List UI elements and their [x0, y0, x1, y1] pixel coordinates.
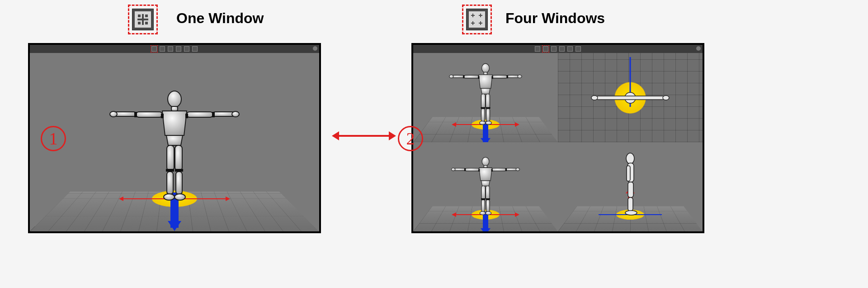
svg-rect-29	[627, 166, 630, 181]
toolbar-button[interactable]	[176, 46, 181, 52]
viewport-toolbar	[30, 45, 319, 53]
annotation-marker-1: 1	[41, 126, 66, 151]
viewport-quad[interactable]	[411, 43, 704, 233]
avatar-mannequin[interactable]	[109, 88, 240, 202]
svg-rect-14	[161, 114, 164, 118]
one-window-label: One Window	[176, 10, 264, 27]
four-windows-label: Four Windows	[505, 10, 605, 27]
svg-rect-5	[187, 112, 213, 117]
svg-rect-1	[171, 106, 178, 111]
annotation-marker-2: 2	[398, 126, 423, 151]
svg-rect-11	[175, 145, 182, 171]
svg-point-4	[110, 111, 117, 117]
layout-one-button[interactable]	[151, 46, 157, 52]
svg-rect-15	[185, 114, 188, 118]
svg-rect-2	[136, 112, 162, 117]
quad-front-view[interactable]	[413, 142, 558, 231]
toolbar-button[interactable]	[576, 46, 581, 52]
four-windows-icon-callout	[462, 5, 492, 34]
one-window-icon-callout	[128, 5, 158, 34]
avatar-mannequin[interactable]	[447, 62, 524, 125]
svg-rect-27	[628, 197, 633, 211]
svg-rect-6	[213, 112, 235, 116]
svg-rect-16	[134, 112, 137, 117]
svg-rect-3	[114, 112, 136, 116]
double-arrow-icon	[335, 135, 393, 137]
avatar-mannequin[interactable]	[449, 156, 522, 216]
svg-rect-12	[176, 172, 182, 194]
svg-rect-18	[166, 169, 174, 172]
viewport-single[interactable]	[28, 43, 321, 233]
svg-point-0	[168, 91, 181, 107]
avatar-top-silhouette	[587, 87, 673, 109]
one-window-icon[interactable]	[132, 9, 154, 30]
toolbar-button[interactable]	[168, 46, 173, 52]
svg-point-7	[232, 111, 239, 117]
svg-point-13	[175, 194, 185, 200]
toolbar-button[interactable]	[192, 46, 198, 52]
quad-perspective-view[interactable]	[413, 53, 558, 142]
layout-four-button[interactable]	[543, 46, 548, 52]
layout-one-button[interactable]	[535, 46, 540, 52]
svg-point-28	[625, 211, 637, 215]
toolbar-button[interactable]	[559, 46, 565, 52]
viewport-toolbar	[413, 45, 703, 53]
svg-rect-8	[167, 145, 174, 171]
svg-rect-26	[628, 182, 633, 197]
svg-rect-19	[175, 169, 183, 172]
svg-point-22	[591, 96, 598, 100]
svg-point-23	[663, 96, 669, 100]
svg-rect-9	[167, 172, 173, 194]
quad-top-view[interactable]	[558, 53, 703, 142]
viewport-close-icon[interactable]	[313, 46, 317, 51]
toolbar-button[interactable]	[567, 46, 573, 52]
svg-rect-21	[596, 96, 664, 100]
doc-figure: One Window	[0, 0, 868, 288]
toolbar-button[interactable]	[184, 46, 189, 52]
toolbar-button[interactable]	[551, 46, 557, 52]
svg-rect-17	[212, 112, 215, 117]
svg-point-24	[626, 153, 634, 164]
svg-point-10	[164, 194, 175, 200]
quad-side-view[interactable]	[558, 142, 703, 231]
four-windows-icon[interactable]	[466, 9, 488, 30]
avatar-side-silhouette	[617, 152, 644, 216]
layout-four-button[interactable]	[160, 46, 165, 52]
viewport-close-icon[interactable]	[696, 46, 701, 51]
